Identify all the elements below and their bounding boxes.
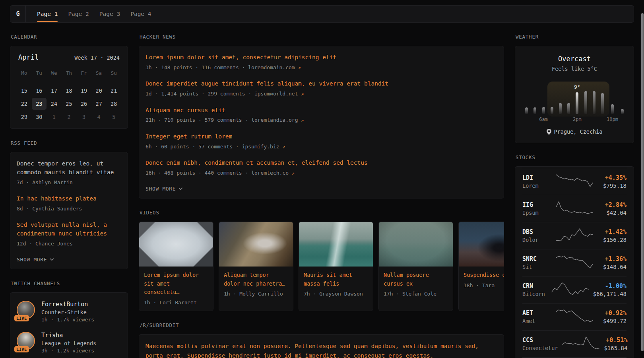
calendar-day[interactable]: 22: [17, 98, 32, 110]
stock-ticker[interactable]: LDI: [522, 174, 551, 181]
weather-hour-cell[interactable]: [556, 82, 564, 123]
calendar-day[interactable]: 28: [106, 98, 121, 110]
video-title[interactable]: Mauris sit amet massa felis: [304, 271, 368, 288]
subreddit-post-title[interactable]: Maecenas mollis pulvinar erat non posuer…: [145, 342, 497, 358]
scrollbar-thumb[interactable]: [641, 13, 644, 351]
rss-item-title[interactable]: Sed volutpat nulla nisl, a condimentum n…: [17, 221, 121, 238]
stock-ticker[interactable]: IIG: [522, 201, 551, 208]
video-thumbnail[interactable]: [219, 222, 293, 267]
calendar-day[interactable]: 16: [32, 85, 47, 97]
calendar-day[interactable]: 4: [91, 111, 107, 123]
page-tab-label: Page 2: [68, 11, 89, 17]
hn-item-title[interactable]: Integer eget rutrum lorem: [145, 132, 497, 141]
stock-ticker[interactable]: CCS: [522, 337, 558, 344]
twitch-widget: LIVE ForrestBurton Counter-Strike 1h · 1…: [10, 292, 128, 358]
stock-sparkline: [555, 254, 594, 271]
weather-widget: Overcast Feels like 5°C: [515, 46, 634, 143]
calendar-day[interactable]: 25: [62, 98, 77, 110]
calendar-day[interactable]: 1: [47, 111, 62, 123]
weather-hour-cell[interactable]: [548, 82, 556, 123]
calendar-day[interactable]: 3: [76, 111, 91, 123]
channel-name[interactable]: ForrestBurton: [41, 301, 94, 308]
page-tab-label: Page 3: [99, 11, 120, 17]
calendar-day[interactable]: 2: [62, 111, 77, 123]
stock-row: IIG Ipsum +2.84% $42.04: [522, 195, 627, 222]
video-title[interactable]: Aliquam tempor dolor nec pharetra…: [224, 271, 288, 288]
weather-location[interactable]: Prague, Czechia: [554, 128, 603, 135]
calendar-day[interactable]: 24: [47, 98, 62, 110]
weather-hour-cell[interactable]: [598, 82, 607, 123]
page-tab[interactable]: Page 4: [130, 6, 151, 22]
weather-hour-cell[interactable]: [582, 82, 590, 123]
calendar-day[interactable]: 26: [76, 98, 91, 110]
hn-item-title[interactable]: Aliquam nec cursus elit: [145, 106, 497, 115]
page-scrollbar[interactable]: [641, 0, 644, 358]
calendar-day[interactable]: 23: [32, 98, 47, 110]
video-thumbnail[interactable]: [459, 222, 504, 267]
weather-hour-cell[interactable]: [564, 82, 573, 123]
weather-hour-cell[interactable]: 10pm: [607, 82, 618, 123]
hn-item-title[interactable]: Donec imperdiet augue tincidunt felis al…: [145, 80, 497, 88]
external-link-icon[interactable]: ↗: [301, 91, 304, 97]
videos-row: Lorem ipsum dolor sit amet consectetu… 1…: [139, 222, 504, 311]
calendar-day[interactable]: 17: [47, 85, 62, 97]
hn-item-title[interactable]: Lorem ipsum dolor sit amet, consectetur …: [145, 53, 497, 62]
stock-ticker[interactable]: AET: [522, 309, 551, 317]
stock-price: $66,171.48: [593, 291, 627, 297]
page-tab[interactable]: Page 3: [99, 6, 120, 22]
subreddit-widget: Maecenas mollis pulvinar erat non posuer…: [139, 334, 504, 358]
hn-item-title[interactable]: Donec enim nibh, condimentum et accumsan…: [145, 159, 497, 167]
weather-feels-like: Feels like 5°C: [522, 66, 627, 72]
calendar-day[interactable]: 20: [91, 85, 107, 97]
weather-hour-cell[interactable]: [590, 82, 598, 123]
chevron-down-icon: [178, 187, 183, 190]
weather-hour-cell[interactable]: [618, 82, 627, 123]
page-tab[interactable]: Page 2: [68, 6, 89, 22]
weather-hour-cell[interactable]: 6am: [539, 82, 548, 123]
rss-item: Sed volutpat nulla nisl, a condimentum n…: [17, 221, 121, 247]
rss-item-title[interactable]: Donec tempor eros leo, ut commodo mauris…: [17, 160, 121, 177]
stock-ticker[interactable]: CRN: [522, 282, 547, 290]
calendar-day[interactable]: 21: [106, 85, 121, 97]
weather-hour-cell[interactable]: 9° 2pm: [573, 82, 582, 123]
hn-item-meta: 16h · 468 points · 440 comments · loremt…: [145, 170, 289, 176]
rss-item-meta: 12d · Chance Jones: [17, 240, 121, 248]
calendar-day[interactable]: 19: [76, 85, 91, 97]
stock-price: $156.28: [597, 237, 627, 243]
stock-ticker[interactable]: DBS: [522, 228, 551, 235]
channel-viewers: 1h · 1.7k viewers: [41, 317, 94, 323]
calendar-day[interactable]: 29: [17, 111, 32, 123]
video-title[interactable]: Lorem ipsum dolor sit amet consectetu…: [144, 271, 208, 297]
stock-change: +1.36%: [597, 255, 627, 263]
weather-temp-bar: [593, 91, 596, 114]
video-thumbnail[interactable]: [139, 222, 213, 267]
video-thumbnail[interactable]: [299, 222, 373, 267]
external-link-icon[interactable]: ↗: [301, 117, 304, 123]
stock-price: $165.84: [604, 345, 627, 351]
rss-section-label: RSS FEED: [11, 140, 128, 146]
page-tab[interactable]: Page 1: [37, 6, 58, 22]
calendar-day[interactable]: 15: [17, 85, 32, 97]
external-link-icon[interactable]: ↗: [282, 144, 285, 150]
video-title[interactable]: Nullam posuere cursus ex: [384, 271, 448, 288]
calendar-widget: April Week 17 · 2024 Mo Tu We Th Fr: [10, 46, 128, 129]
calendar-dow: Tu: [32, 68, 47, 78]
video-title[interactable]: Suspendisse diam: [464, 271, 504, 280]
hn-item: Aliquam nec cursus elit 21h · 710 points…: [145, 106, 497, 124]
hn-show-more-button[interactable]: SHOW MORE: [145, 185, 497, 193]
calendar-day[interactable]: 5: [106, 111, 121, 123]
calendar-day[interactable]: 27: [91, 98, 107, 110]
stock-ticker[interactable]: SNRC: [522, 255, 551, 263]
weather-hour-cell[interactable]: [522, 82, 531, 123]
rss-show-more-button[interactable]: SHOW MORE: [17, 256, 121, 263]
video-thumbnail[interactable]: [379, 222, 453, 267]
channel-category: Counter-Strike: [41, 309, 94, 315]
channel-name[interactable]: Trisha: [41, 332, 96, 339]
external-link-icon[interactable]: ↗: [298, 65, 301, 70]
rss-item-title[interactable]: In hac habitasse platea: [17, 195, 121, 203]
video-card: Suspendisse diam 18h · Tara: [458, 222, 504, 311]
weather-hour-cell[interactable]: [531, 82, 539, 123]
calendar-day[interactable]: 30: [32, 111, 47, 123]
external-link-icon[interactable]: ↗: [292, 170, 295, 176]
calendar-day[interactable]: 18: [62, 85, 77, 97]
